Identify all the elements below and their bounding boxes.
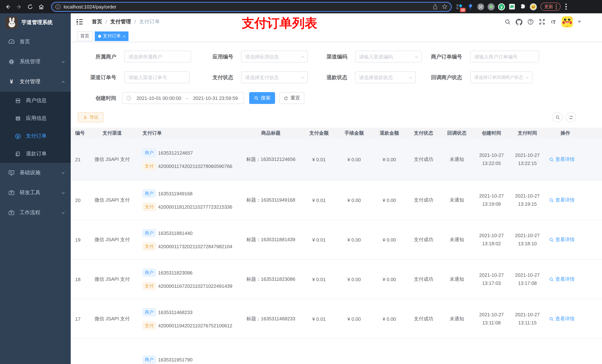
browser-back-button[interactable] bbox=[2, 1, 13, 12]
refund-status-select[interactable] bbox=[355, 71, 416, 83]
action-cell: 查看详情 bbox=[545, 260, 602, 299]
shop-icon bbox=[14, 97, 22, 104]
sidebar-item-merchant-info[interactable]: 商户信息 bbox=[0, 92, 71, 110]
notify-status-field[interactable] bbox=[471, 72, 532, 83]
address-bar[interactable]: localhost:1024/pay/order bbox=[51, 2, 452, 12]
product-title: 标题：1635311881439 bbox=[240, 220, 301, 259]
refund-amount: ¥ 0.00 bbox=[372, 220, 407, 259]
date-start[interactable]: 2021-10-01 00:00:00 bbox=[134, 95, 183, 101]
avatar-caret-icon[interactable] bbox=[578, 21, 581, 23]
tab-pay-order[interactable]: 支付订单 × bbox=[95, 31, 129, 41]
app-select[interactable] bbox=[241, 51, 308, 62]
sidebar-item-refund-order[interactable]: 退款订单 bbox=[0, 145, 71, 163]
browser-toolbar: localhost:1024/pay/order 10 y bbox=[0, 0, 602, 13]
refund-status-field[interactable] bbox=[355, 72, 415, 83]
sidebar-item-payment[interactable]: ¥ 支付管理 bbox=[0, 72, 71, 92]
view-detail-link[interactable]: 查看详情 bbox=[549, 316, 575, 322]
notify-status-select[interactable] bbox=[470, 71, 532, 83]
logo-image bbox=[6, 16, 18, 29]
browser-menu-button[interactable] bbox=[564, 2, 568, 11]
filter-label-merchant-order-no: 商户订单编号 bbox=[408, 51, 462, 62]
channel-order-no-input[interactable] bbox=[124, 71, 190, 83]
browser-forward-button[interactable] bbox=[13, 1, 24, 12]
col-pay-order: 支付订单 bbox=[133, 130, 240, 136]
reset-button[interactable]: 重置 bbox=[279, 92, 304, 104]
merchant-order-no: 1635311823086 bbox=[158, 270, 193, 275]
action-cell: 查看详情 bbox=[545, 139, 602, 180]
pay-status-field[interactable] bbox=[241, 72, 307, 83]
col-action: 操作 bbox=[545, 130, 602, 136]
browser-home-button[interactable] bbox=[35, 1, 47, 12]
create-time-range[interactable]: 2021-10-01 00:00:00 - 2021-10-31 23:59:5… bbox=[122, 92, 244, 104]
merchant-input[interactable] bbox=[124, 51, 191, 62]
share-icon[interactable] bbox=[432, 4, 438, 10]
tab-label: 支付订单 bbox=[103, 33, 121, 39]
browser-reload-button[interactable] bbox=[24, 1, 35, 12]
breadcrumb-section[interactable]: 支付管理 bbox=[110, 19, 131, 25]
merchant-order-no-field[interactable] bbox=[471, 51, 539, 62]
sidebar-item-infra[interactable]: 基础设施 bbox=[0, 163, 71, 183]
extension-puzzle-icon[interactable] bbox=[519, 3, 527, 10]
extension-emoji-icon[interactable] bbox=[530, 3, 537, 10]
sidebar-item-dev-tools[interactable]: 研发工具 bbox=[0, 183, 71, 203]
view-detail-link[interactable]: 查看详情 bbox=[549, 236, 575, 243]
extension-dot-icon[interactable] bbox=[488, 3, 495, 10]
bookmark-star-icon[interactable] bbox=[442, 4, 448, 10]
sidebar-item-pay-order[interactable]: 支付订单 bbox=[0, 127, 71, 145]
pay-order-cell: 商户1635311951790 bbox=[133, 339, 240, 364]
pay-order-cell: 商户1635311881440 支付4200001173202110272847… bbox=[133, 220, 240, 259]
github-icon[interactable] bbox=[516, 18, 522, 25]
extension-diamond-icon[interactable]: 10 bbox=[456, 3, 463, 10]
tab-home[interactable]: 首页 bbox=[77, 31, 93, 41]
avatar[interactable] bbox=[562, 16, 573, 27]
app-select-field[interactable] bbox=[241, 51, 307, 62]
extension-chat-icon[interactable] bbox=[508, 3, 516, 10]
help-icon[interactable] bbox=[527, 19, 534, 25]
sidebar-fold-icon[interactable] bbox=[76, 18, 83, 26]
view-detail-link[interactable]: 查看详情 bbox=[549, 276, 575, 283]
sidebar-item-system[interactable]: 系统管理 bbox=[0, 52, 71, 72]
date-end[interactable]: 2021-10-31 23:59:59 bbox=[191, 95, 240, 101]
sidebar-item-app-info[interactable]: 应用信息 bbox=[0, 110, 71, 127]
pay-order-no: 4200001194202110276752100612 bbox=[158, 323, 232, 328]
app-logo[interactable]: 芋道管理系统 bbox=[0, 13, 71, 32]
search-button[interactable]: 搜索 bbox=[249, 92, 275, 104]
channel-order-no-field[interactable] bbox=[125, 72, 189, 83]
export-button-label: 导出 bbox=[90, 114, 98, 120]
merchant-order-no: 1635312124657 bbox=[158, 150, 193, 156]
toggle-search-button[interactable] bbox=[552, 112, 563, 123]
close-icon[interactable]: × bbox=[123, 34, 125, 38]
sidebar-item-label: 首页 bbox=[20, 39, 30, 45]
fee-amount: ¥ 0.00 bbox=[336, 139, 372, 180]
extension-y-icon[interactable]: y bbox=[498, 3, 505, 10]
update-menu-dots bbox=[556, 4, 557, 9]
merchant-order-no-input[interactable] bbox=[470, 51, 539, 62]
gear-icon bbox=[7, 58, 16, 65]
export-button[interactable]: 导出 bbox=[78, 112, 104, 123]
extension-command-icon[interactable] bbox=[477, 3, 484, 10]
filter-label-channel-code: 渠道编码 bbox=[302, 51, 347, 62]
sidebar-item-home[interactable]: 首页 bbox=[0, 32, 71, 52]
view-detail-link[interactable]: 查看详情 bbox=[549, 156, 575, 163]
view-detail-link[interactable]: 查看详情 bbox=[549, 197, 575, 203]
tags-view: 首页 支付订单 × bbox=[71, 30, 602, 42]
fee-amount: ¥ 0.00 bbox=[336, 299, 372, 338]
chevron-down-icon bbox=[61, 60, 65, 64]
refund-amount: ¥ 0.00 bbox=[372, 299, 407, 338]
pay-channel: 微信 JSAPI 支付 bbox=[91, 299, 133, 338]
search-icon[interactable] bbox=[504, 19, 511, 25]
briefcase-icon bbox=[7, 189, 16, 196]
pay-amount: ¥ 0.01 bbox=[301, 180, 336, 220]
browser-update-button[interactable]: 更新 bbox=[540, 3, 560, 11]
pay-status-select[interactable] bbox=[241, 71, 308, 83]
breadcrumb-home[interactable]: 首页 bbox=[92, 19, 102, 25]
extension-kite-icon[interactable] bbox=[466, 3, 474, 10]
sidebar-item-workflow[interactable]: 工作流程 bbox=[0, 203, 71, 223]
site-info-icon[interactable] bbox=[55, 4, 61, 10]
refresh-button[interactable] bbox=[566, 112, 576, 123]
fullscreen-icon[interactable] bbox=[539, 19, 545, 25]
merchant-input-field[interactable] bbox=[125, 51, 191, 62]
font-size-icon[interactable]: tT bbox=[550, 19, 557, 25]
action-cell: 查看详情 bbox=[545, 180, 602, 220]
pay-time: 2021-10-2713:11:15 bbox=[509, 299, 545, 338]
